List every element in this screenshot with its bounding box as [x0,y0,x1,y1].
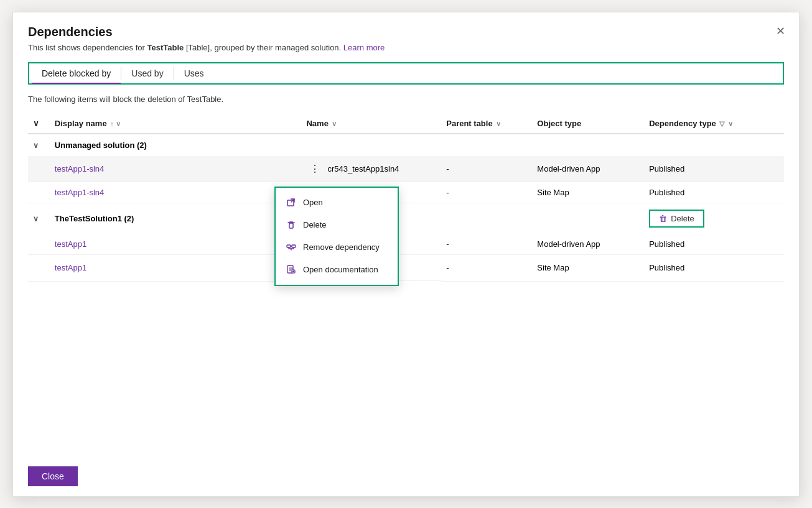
dialog-header: Dependencies This list shows dependencie… [13,12,799,62]
table-row: testApp1-sln4 ⋮ cr543_testApp1sln4 - Mod… [28,156,784,182]
row1-app-link[interactable]: testApp1-sln4 [55,164,105,173]
col-object-type-header: Object type [532,114,644,134]
row3-expand [28,234,50,255]
group-label-unmanaged: Unmanaged solution (2) [50,134,784,156]
col-dependency-type-header: Dependency type ▽ ∨ [644,114,784,134]
table-row: testApp1-sln4 - Site Map Published [28,182,784,203]
menu-item-delete[interactable]: Delete [276,214,398,236]
menu-open-doc-label: Open documentation [303,265,378,274]
row4-app-link[interactable]: testApp1 [55,263,86,272]
learn-more-link[interactable]: Learn more [343,43,385,52]
menu-item-remove-dep[interactable]: Remove dependency [276,236,398,259]
col-expand-header: ∨ [28,114,50,134]
row1-dots-button[interactable]: ⋮ [306,162,324,176]
group-chevron-unmanaged[interactable]: ∨ [28,134,50,156]
group-delete-action: 🗑 Delete [644,203,784,234]
row2-parent: - [441,182,532,203]
table-name: TestTable [147,43,184,52]
tab-uses[interactable]: Uses [174,65,214,82]
row1-object-type: Model-driven App [532,156,644,182]
table-row: testApp1 - Model-driven App Published [28,234,784,255]
group-chevron-thesolution[interactable]: ∨ [28,203,50,234]
dialog-footer: Close [13,456,799,496]
table-type: [Table] [186,43,210,52]
display-name-sort-icons[interactable]: ↑ ∨ [110,120,121,127]
close-icon-button[interactable]: ✕ [772,22,789,40]
delete-action-icon: 🗑 [659,214,667,223]
row1-display-name: testApp1-sln4 [50,156,302,182]
svg-rect-1 [289,223,293,228]
row1-parent: - [441,156,532,182]
row1-expand [28,156,50,182]
tab-delete-blocked-by[interactable]: Delete blocked by [32,65,121,82]
row4-parent: - [441,255,532,282]
row2-object-type: Site Map [532,182,644,203]
col-display-name-header: Display name ↑ ∨ [50,114,302,134]
dependencies-table: ∨ Display name ↑ ∨ Name ∨ Parent table ∨ [28,114,784,282]
table-row: testApp1 ⋮ testApp1 - Site Map Published [28,255,784,282]
close-icon: ✕ [776,24,785,38]
close-button[interactable]: Close [28,466,78,486]
row3-object-type: Model-driven App [532,234,644,255]
row2-expand [28,182,50,203]
open-icon [286,197,297,208]
menu-remove-dep-label: Remove dependency [303,242,380,252]
delete-icon [286,219,297,231]
row3-parent: - [441,234,532,255]
menu-open-label: Open [303,198,323,207]
row2-app-link[interactable]: testApp1-sln4 [55,188,105,197]
dialog-subtitle: This list shows dependencies for TestTab… [28,43,784,52]
tabs-container: Delete blocked by Used by Uses [28,62,784,85]
row2-dependency-type: Published [644,182,784,203]
menu-item-open-doc[interactable]: Open documentation [276,259,398,281]
row1-name: ⋮ cr543_testApp1sln4 [301,156,441,182]
table-header-row: ∨ Display name ↑ ∨ Name ∨ Parent table ∨ [28,114,784,134]
remove-dep-icon [286,242,297,253]
dep-sort-icons[interactable]: ∨ [728,120,733,127]
table-container: ∨ Display name ↑ ∨ Name ∨ Parent table ∨ [13,114,799,456]
context-menu: Open Delete Remo [274,187,399,286]
group-row-unmanaged: ∨ Unmanaged solution (2) [28,134,784,156]
description-text: The following items will block the delet… [13,95,799,114]
row1-dependency-type: Published [644,156,784,182]
parent-sort-icons[interactable]: ∨ [496,120,501,127]
menu-item-open[interactable]: Open [276,192,398,214]
expand-all-icon[interactable]: ∨ [33,119,39,128]
subtitle-suffix: , grouped by their managed solution. [210,43,341,52]
row4-display-name: testApp1 [50,255,302,282]
dependencies-dialog: Dependencies This list shows dependencie… [12,12,800,497]
tab-used-by[interactable]: Used by [121,65,173,82]
row4-dependency-type: Published [644,255,784,282]
dialog-title: Dependencies [28,25,784,39]
delete-action-button[interactable]: 🗑 Delete [649,210,704,228]
row3-display-name: testApp1 [50,234,302,255]
open-doc-icon [286,264,297,275]
menu-delete-label: Delete [303,220,327,229]
row3-app-link[interactable]: testApp1 [55,239,86,249]
row4-object-type: Site Map [532,255,644,282]
dep-filter-icon[interactable]: ▽ [719,120,724,127]
col-name-header: Name ∨ [301,114,441,134]
name-sort-icons[interactable]: ∨ [332,120,337,127]
row2-display-name: testApp1-sln4 [50,182,302,203]
group-row-thesolution: ∨ TheTestSolution1 (2) 🗑 Delete [28,203,784,234]
row3-dependency-type: Published [644,234,784,255]
col-parent-header: Parent table ∨ [441,114,532,134]
row4-expand [28,255,50,282]
delete-action-label: Delete [671,214,694,223]
subtitle-prefix: This list shows dependencies for [28,43,147,52]
